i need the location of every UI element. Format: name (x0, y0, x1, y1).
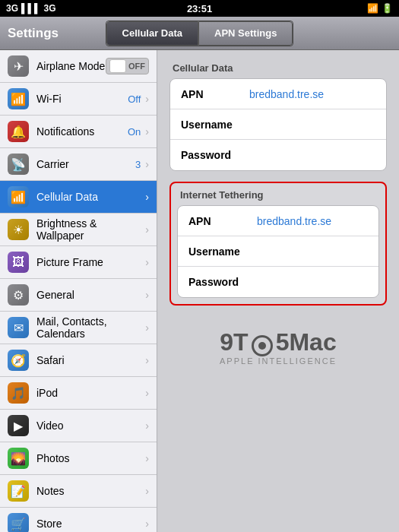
tab-apn-settings[interactable]: APN Settings (198, 21, 293, 46)
sidebar-label-airplane: Airplane Mode (36, 60, 106, 72)
tethering-apn-row[interactable]: APN bredband.tre.se (178, 206, 378, 236)
sidebar-item-ipod[interactable]: 🎵 iPod › (0, 377, 157, 410)
internet-tethering-section: Internet Tethering APN bredband.tre.se U… (169, 182, 387, 306)
tethering-username-label: Username (188, 245, 257, 258)
carrier-label: 3G (6, 3, 18, 14)
nav-tabs: Cellular Data APN Settings (106, 21, 294, 46)
sidebar-item-picture-frame[interactable]: 🖼 Picture Frame › (0, 246, 157, 279)
watermark: 9T 5Mac APPLE INTELLIGENCE (169, 328, 387, 366)
wifi-value: Off (128, 93, 141, 105)
status-bar: 3G ▌▌▌ 3G 23:51 📶 🔋 (0, 0, 399, 17)
sidebar-item-notifications[interactable]: 🔔 Notifications On › (0, 116, 157, 148)
sidebar-label-cellular: Cellular Data (36, 191, 145, 203)
safari-arrow: › (145, 354, 149, 366)
notifications-icon: 🔔 (8, 121, 29, 142)
cellular-password-input[interactable] (249, 149, 382, 161)
sidebar-label-notifications: Notifications (36, 125, 128, 138)
sidebar-item-video[interactable]: ▶ Video › (0, 410, 157, 442)
sidebar-item-airplane-mode[interactable]: ✈ Airplane Mode OFF (0, 50, 157, 83)
photos-arrow: › (145, 452, 149, 464)
airplane-icon: ✈ (8, 55, 29, 77)
content-area: Cellular Data APN bredband.tre.se Userna… (157, 50, 399, 532)
battery-icon: 🔋 (382, 3, 393, 14)
tethering-password-label: Password (188, 276, 257, 288)
sidebar-label-mail: Mail, Contacts, Calendars (36, 315, 145, 340)
sidebar-item-cellular-data[interactable]: 📶 Cellular Data › (0, 181, 157, 214)
tethering-apn-value: bredband.tre.se (257, 215, 331, 227)
safari-icon: 🧭 (8, 350, 29, 371)
general-icon: ⚙ (8, 284, 29, 306)
sidebar-item-mail[interactable]: ✉ Mail, Contacts, Calendars › (0, 312, 157, 344)
cellular-username-row[interactable]: Username (170, 109, 386, 140)
cellular-password-label: Password (181, 149, 249, 161)
brightness-arrow: › (145, 223, 149, 236)
ipod-arrow: › (145, 387, 149, 399)
nav-bar: Settings Cellular Data APN Settings (0, 17, 399, 50)
status-time: 23:51 (187, 3, 212, 14)
notifications-arrow: › (145, 125, 149, 138)
sidebar-item-brightness[interactable]: ☀ Brightness & Wallpaper › (0, 214, 157, 246)
tethering-apn-label: APN (188, 215, 257, 227)
nav-title: Settings (8, 26, 59, 41)
ipod-icon: 🎵 (8, 382, 29, 404)
carrier-value: 3 (135, 159, 141, 170)
status-left: 3G ▌▌▌ 3G (6, 3, 56, 14)
cellular-username-input[interactable] (249, 119, 382, 131)
sidebar-label-general: General (36, 289, 145, 301)
cellular-password-row[interactable]: Password (170, 140, 386, 170)
pictureframe-arrow: › (145, 256, 149, 268)
tethering-username-input[interactable] (257, 245, 379, 258)
sidebar-label-photos: Photos (36, 452, 145, 464)
wifi-arrow: › (145, 93, 149, 105)
sidebar-label-video: Video (36, 420, 145, 432)
network-type: 3G (44, 3, 56, 14)
wifi-status-icon: 📶 (367, 3, 378, 14)
watermark-circle-icon (252, 335, 273, 356)
sidebar-item-photos[interactable]: 🌄 Photos › (0, 442, 157, 475)
toggle-knob (109, 59, 126, 73)
sidebar-label-carrier: Carrier (36, 158, 135, 170)
cellular-icon: 📶 (8, 186, 29, 207)
sidebar-item-store[interactable]: 🛒 Store › (0, 508, 157, 532)
cellular-data-title: Cellular Data (169, 62, 387, 74)
toggle-label: OFF (128, 62, 145, 71)
carrier-icon: 📡 (8, 154, 29, 175)
tethering-form: APN bredband.tre.se Username Password (177, 205, 379, 298)
cellular-data-form: APN bredband.tre.se Username Password (169, 78, 387, 171)
cellular-apn-label: APN (181, 88, 249, 100)
sidebar-label-pictureframe: Picture Frame (36, 256, 145, 268)
cellular-apn-row[interactable]: APN bredband.tre.se (170, 79, 386, 109)
store-icon: 🛒 (8, 513, 29, 532)
internet-tethering-title: Internet Tethering (177, 189, 379, 201)
sidebar-item-general[interactable]: ⚙ General › (0, 279, 157, 312)
video-arrow: › (145, 420, 149, 432)
wifi-icon: 📶 (8, 88, 29, 109)
sidebar-item-carrier[interactable]: 📡 Carrier 3 › (0, 148, 157, 181)
tethering-username-row[interactable]: Username (178, 236, 378, 267)
tethering-password-row[interactable]: Password (178, 267, 378, 297)
sidebar-label-safari: Safari (36, 354, 145, 366)
sidebar-label-store: Store (36, 518, 145, 530)
notifications-value: On (128, 126, 141, 138)
watermark-sub: APPLE INTELLIGENCE (169, 356, 387, 366)
sidebar-label-brightness: Brightness & Wallpaper (36, 217, 145, 242)
video-icon: ▶ (8, 415, 29, 436)
notes-icon: 📝 (8, 480, 29, 502)
sidebar-label-wifi: Wi-Fi (36, 93, 128, 105)
tab-cellular-data[interactable]: Cellular Data (106, 21, 198, 46)
watermark-5mac: 5Mac (276, 328, 337, 356)
cellular-apn-value: bredband.tre.se (249, 88, 324, 100)
sidebar-label-ipod: iPod (36, 387, 145, 399)
carrier-arrow: › (145, 158, 149, 170)
tethering-password-input[interactable] (257, 276, 379, 288)
airplane-toggle[interactable]: OFF (106, 58, 149, 74)
mail-icon: ✉ (8, 317, 29, 338)
sidebar: ✈ Airplane Mode OFF 📶 Wi-Fi Off › 🔔 Noti… (0, 50, 157, 532)
sidebar-label-notes: Notes (36, 485, 145, 497)
watermark-9to5: 9T (220, 328, 248, 356)
sidebar-item-wifi[interactable]: 📶 Wi-Fi Off › (0, 83, 157, 116)
notes-arrow: › (145, 485, 149, 497)
sidebar-item-safari[interactable]: 🧭 Safari › (0, 344, 157, 377)
general-arrow: › (145, 289, 149, 301)
sidebar-item-notes[interactable]: 📝 Notes › (0, 475, 157, 508)
